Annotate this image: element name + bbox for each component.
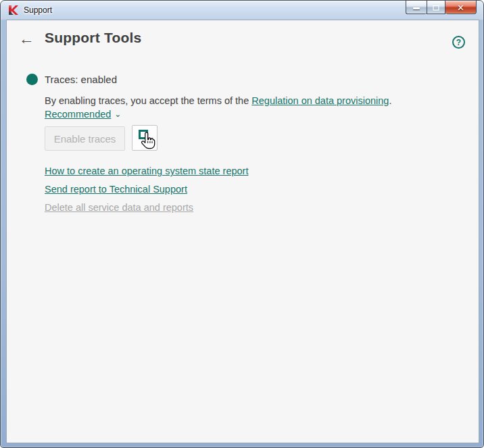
- terms-text-suffix: .: [389, 95, 391, 106]
- page-title: Support Tools: [45, 30, 141, 46]
- enable-traces-button[interactable]: Enable traces: [45, 126, 125, 151]
- client-area: ← Support Tools ? Traces: enabled By ena…: [6, 20, 479, 443]
- window-controls: ✕: [406, 1, 477, 14]
- delete-service-data-link[interactable]: Delete all service data and reports: [45, 202, 193, 213]
- stop-square-icon: [139, 130, 148, 139]
- kaspersky-logo-icon: [8, 5, 19, 16]
- os-state-report-link[interactable]: How to create an operating system state …: [45, 166, 248, 176]
- stop-traces-button[interactable]: [132, 125, 158, 151]
- minimize-icon: [413, 7, 420, 9]
- help-icon[interactable]: ?: [452, 36, 465, 49]
- support-window: Support ✕ ← Support Tools ? Traces: enab…: [0, 0, 484, 448]
- terms-text-prefix: By enabling traces, you accept the terms…: [45, 95, 251, 106]
- maximize-icon: [433, 5, 439, 11]
- back-button[interactable]: ←: [16, 29, 37, 48]
- close-button[interactable]: ✕: [445, 1, 477, 14]
- recommended-row: Recommended⌄: [45, 107, 121, 121]
- maximize-button[interactable]: [427, 1, 445, 14]
- regulation-link[interactable]: Regulation on data provisioning: [251, 95, 389, 106]
- traces-status-label: Traces: enabled: [45, 74, 117, 85]
- window-title: Support: [24, 5, 52, 15]
- chevron-down-icon[interactable]: ⌄: [114, 107, 121, 121]
- terms-paragraph: By enabling traces, you accept the terms…: [45, 94, 423, 107]
- send-report-link[interactable]: Send report to Technical Support: [45, 184, 187, 195]
- traces-status-dot: [26, 74, 38, 85]
- recommended-dropdown-link[interactable]: Recommended: [45, 109, 111, 120]
- close-icon: ✕: [457, 3, 464, 12]
- minimize-button[interactable]: [406, 1, 427, 14]
